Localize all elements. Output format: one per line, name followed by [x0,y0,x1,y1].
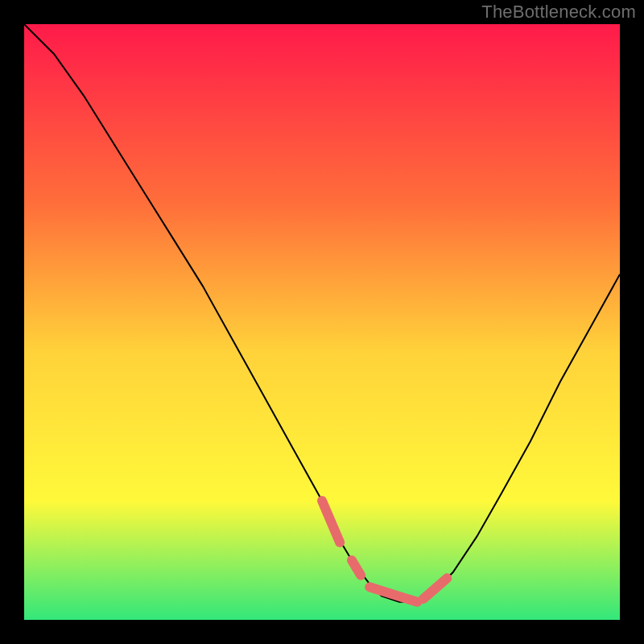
chart-svg [24,24,620,620]
watermark-text: TheBottleneck.com [481,2,636,23]
chart-frame: TheBottleneck.com [0,0,644,644]
gradient-background [24,24,620,620]
chart-plot-area [24,24,620,620]
